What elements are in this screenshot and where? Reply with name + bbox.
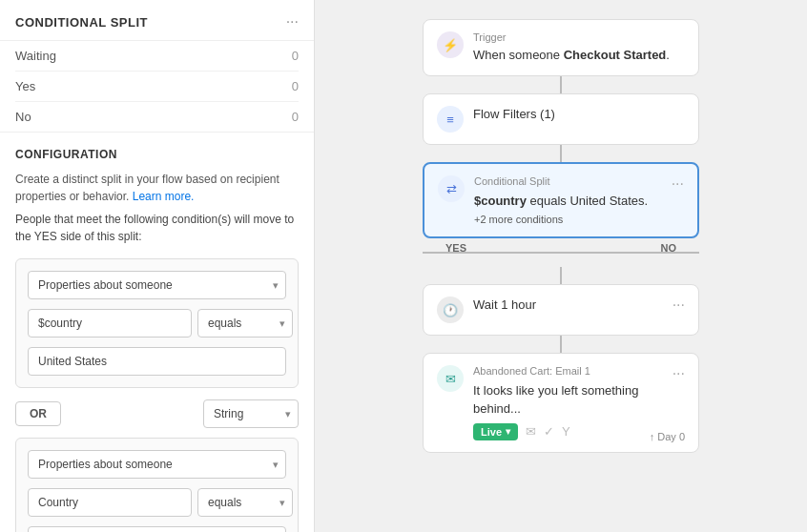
field-input-2[interactable]	[28, 488, 192, 517]
no-label: NO	[661, 238, 677, 254]
or-button[interactable]: OR	[15, 401, 61, 426]
status-rows: Waiting 0 Yes 0 No 0	[0, 41, 314, 133]
value-row-2	[28, 526, 286, 532]
learn-more-link[interactable]: Learn more.	[133, 190, 195, 203]
email-label: Abandoned Cart: Email 1	[473, 365, 590, 377]
status-row-waiting: Waiting 0	[15, 41, 299, 72]
left-panel: CONDITIONAL SPLIT ··· Waiting 0 Yes 0 No…	[0, 0, 315, 532]
properties-select-2[interactable]: Properties about someone	[28, 450, 286, 479]
properties-dropdown-row-2: Properties about someone	[28, 450, 286, 479]
or-row: OR String	[15, 399, 299, 428]
panel-title: CONDITIONAL SPLIT	[15, 15, 148, 30]
day-indicator: ↑ Day 0	[650, 431, 685, 442]
field-operator-row-2: equals	[28, 488, 286, 517]
condition-block-2: Properties about someone equals	[15, 438, 299, 532]
email-action-1[interactable]: ✉	[526, 424, 536, 439]
properties-select-1[interactable]: Properties about someone	[28, 271, 286, 299]
config-section: CONFIGURATION Create a distinct split in…	[0, 133, 314, 532]
flow-filters-icon: ≡	[437, 106, 464, 133]
operator-select-1[interactable]: equals	[197, 309, 293, 338]
condition-intro: People that meet the following condition…	[15, 211, 299, 245]
flow-container: ⚡ Trigger When someone Checkout Started.…	[343, 19, 778, 453]
operator-select-wrapper-1: equals	[197, 309, 293, 338]
right-panel: ⚡ Trigger When someone Checkout Started.…	[315, 0, 807, 532]
email-action-3[interactable]: Y	[562, 424, 570, 439]
wait-icon: 🕐	[437, 297, 464, 323]
operator-select-wrapper-2: equals	[197, 488, 293, 517]
status-label-waiting: Waiting	[15, 49, 56, 63]
status-count-waiting: 0	[292, 49, 299, 63]
field-operator-row-1: equals	[28, 309, 286, 338]
properties-dropdown-row-1: Properties about someone	[28, 271, 286, 299]
value-row-1	[28, 347, 286, 376]
conditional-split-body: $country equals United States.	[474, 193, 684, 210]
value-input-1[interactable]	[28, 347, 286, 376]
status-count-no: 0	[292, 110, 299, 124]
config-description: Create a distinct split in your flow bas…	[15, 171, 299, 205]
config-title: CONFIGURATION	[15, 148, 299, 161]
trigger-icon: ⚡	[437, 31, 464, 58]
condition-block-1: Properties about someone equals	[15, 258, 299, 388]
properties-select-wrapper-2: Properties about someone	[28, 450, 286, 479]
email-action-2[interactable]: ✓	[544, 424, 554, 439]
conditional-split-card: ⇄ Conditional Split ··· $country equals …	[423, 162, 699, 238]
conditional-split-menu[interactable]: ···	[672, 175, 684, 193]
flow-filters-card: ≡ Flow Filters (1)	[423, 93, 699, 145]
wait-menu[interactable]: ···	[672, 297, 685, 314]
conditional-split-icon: ⇄	[438, 175, 465, 202]
connector-3	[560, 267, 562, 284]
panel-menu-icon[interactable]: ···	[286, 13, 299, 31]
live-badge[interactable]: Live	[473, 423, 518, 440]
status-count-yes: 0	[292, 79, 299, 93]
wait-label: Wait 1 hour	[473, 297, 536, 314]
trigger-label: Trigger	[473, 31, 685, 43]
field-input-1[interactable]	[28, 309, 192, 338]
trigger-body: When someone Checkout Started.	[473, 47, 685, 64]
panel-header: CONDITIONAL SPLIT ···	[0, 0, 314, 41]
email-menu[interactable]: ···	[672, 365, 685, 382]
wait-card: 🕐 Wait 1 hour ···	[423, 284, 699, 336]
status-row-yes: Yes 0	[15, 72, 299, 102]
type-select[interactable]: String	[203, 399, 299, 428]
value-input-2[interactable]	[28, 526, 286, 532]
operator-select-2[interactable]: equals	[197, 488, 293, 517]
type-select-wrapper: String	[203, 399, 299, 428]
email-card: ✉ Abandoned Cart: Email 1 ··· It looks l…	[423, 353, 699, 452]
trigger-card: ⚡ Trigger When someone Checkout Started.	[423, 19, 699, 76]
email-body: It looks like you left something behind.…	[473, 382, 685, 417]
connector-2	[560, 145, 562, 162]
status-label-no: No	[15, 110, 31, 124]
yes-no-divider: YES NO	[423, 238, 699, 267]
properties-select-wrapper-1: Properties about someone	[28, 271, 286, 299]
conditional-split-label: Conditional Split	[474, 175, 550, 187]
connector-1	[560, 76, 562, 93]
connector-4	[560, 336, 562, 353]
status-row-no: No 0	[15, 102, 299, 132]
flow-filters-label: Flow Filters (1)	[473, 106, 685, 123]
status-label-yes: Yes	[15, 79, 35, 93]
conditional-split-more: +2 more conditions	[474, 214, 684, 225]
email-icon: ✉	[437, 365, 464, 392]
yes-label: YES	[445, 238, 466, 254]
